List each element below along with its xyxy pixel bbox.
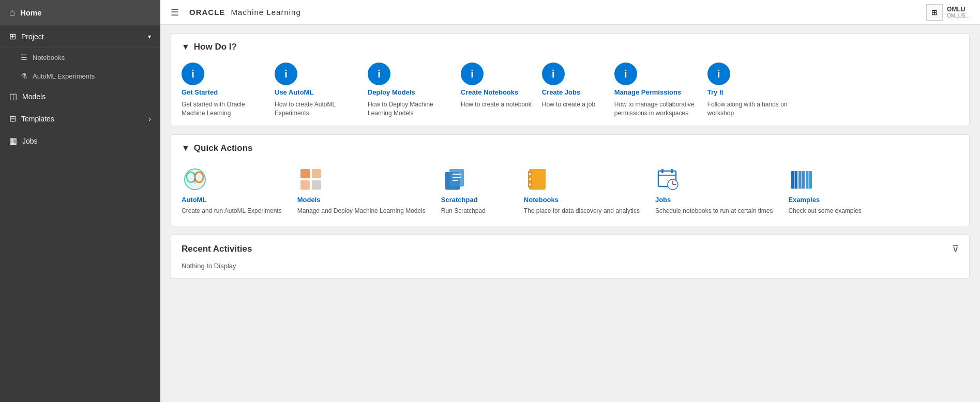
filter-icon[interactable]: ⊽ (952, 243, 959, 255)
recent-empty: Nothing to Display (182, 262, 959, 270)
examples-qa-icon (788, 166, 815, 193)
jobs-qa-icon (655, 166, 682, 193)
hdi-create-notebooks-desc: How to create a notebook (461, 100, 532, 109)
qa-examples[interactable]: Examples Check out some examples (788, 166, 861, 215)
svg-point-17 (529, 183, 531, 185)
qa-jobs[interactable]: Jobs Schedule notebooks to run at certai… (655, 166, 773, 215)
sidebar-notebooks[interactable]: ☰ Notebooks (0, 48, 160, 67)
app-switcher-icon[interactable]: ⊞ (926, 4, 943, 21)
qa-notebooks[interactable]: Notebooks The place for data discovery a… (524, 166, 640, 215)
qa-automl-desc: Create and run AutoML Experiments (182, 207, 282, 215)
qa-notebooks-desc: The place for data discovery and analyti… (524, 207, 640, 215)
hdi-use-automl[interactable]: i Use AutoML How to create AutoML Experi… (275, 63, 357, 117)
topbar-user-label: OMLU (947, 6, 970, 13)
oracle-logo-text: ORACLE (189, 8, 225, 17)
get-started-icon: i (182, 63, 204, 85)
hdi-deploy-models-desc: How to Deploy Machine Learning Models (368, 100, 450, 118)
hdi-create-notebooks[interactable]: i Create Notebooks How to create a noteb… (461, 63, 532, 117)
how-do-i-grid: i Get Started Get started with Oracle Ma… (182, 63, 959, 117)
svg-rect-20 (661, 169, 664, 173)
hdi-create-notebooks-title: Create Notebooks (461, 88, 518, 97)
use-automl-icon: i (275, 63, 297, 85)
hdi-manage-permissions-desc: How to manage collaborative permissions … (614, 100, 697, 118)
topbar-right: ⊞ OMLU OMLUS... (926, 4, 970, 21)
topbar-subtitle: Machine Learning (228, 8, 300, 17)
sidebar-automl[interactable]: ⚗ AutoML Experiments (0, 67, 160, 85)
topbar-user: OMLU OMLUS... (947, 6, 970, 19)
hdi-use-automl-desc: How to create AutoML Experiments (275, 100, 357, 118)
qa-scratchpad-desc: Run Scratchpad (441, 207, 486, 215)
scratchpad-qa-icon (441, 166, 468, 193)
hdi-get-started-desc: Get started with Oracle Machine Learning (182, 100, 264, 118)
qa-jobs-title: Jobs (655, 196, 671, 204)
sidebar-home[interactable]: ⌂ Home (0, 0, 160, 25)
try-it-icon: i (707, 63, 730, 85)
recent-title: Recent Activities (182, 244, 252, 254)
content-area: ▼ How Do I? i Get Started Get started wi… (160, 25, 980, 402)
hdi-try-it[interactable]: i Try It Follow along with a hands on wo… (707, 63, 790, 117)
deploy-models-icon: i (368, 63, 390, 85)
how-do-i-title: How Do I? (194, 42, 237, 52)
hdi-manage-permissions[interactable]: i Manage Permissions How to manage colla… (614, 63, 697, 117)
quick-actions-header[interactable]: ▼ Quick Actions (182, 143, 959, 153)
sidebar-templates-label: Templates (21, 115, 54, 123)
menu-icon[interactable]: ☰ (171, 7, 179, 18)
scratchpad-svg-icon (442, 167, 467, 192)
sidebar-notebooks-label: Notebooks (33, 54, 65, 61)
hdi-create-jobs-desc: How to create a job (542, 100, 595, 109)
how-do-i-header[interactable]: ▼ How Do I? (182, 42, 959, 52)
how-do-i-section: ▼ How Do I? i Get Started Get started wi… (171, 33, 970, 126)
sidebar-jobs[interactable]: ▦ Jobs (0, 130, 160, 152)
quick-actions-grid: AutoML Create and run AutoML Experiments (182, 164, 959, 218)
sidebar-templates[interactable]: ⊟ Templates › (0, 107, 160, 130)
hdi-create-jobs[interactable]: i Create Jobs How to create a job (542, 63, 604, 117)
sidebar: ⌂ Home ⊞ Project ▾ ☰ Notebooks ⚗ AutoML … (0, 0, 160, 402)
jobs-svg-icon (656, 167, 681, 192)
topbar-logo: ORACLE Machine Learning (186, 8, 301, 17)
hdi-create-jobs-title: Create Jobs (542, 88, 580, 97)
svg-rect-21 (671, 169, 673, 173)
quick-actions-title: Quick Actions (194, 143, 253, 153)
models-svg-icon (298, 167, 323, 192)
examples-svg-icon (789, 167, 814, 192)
recent-header: Recent Activities ⊽ (182, 243, 959, 255)
hdi-get-started-title: Get Started (182, 88, 218, 97)
sidebar-models-label: Models (22, 92, 46, 101)
collapse-icon: ▼ (182, 42, 190, 52)
qa-scratchpad[interactable]: Scratchpad Run Scratchpad (441, 166, 508, 215)
models-qa-icon (297, 166, 324, 193)
hdi-use-automl-title: Use AutoML (275, 88, 313, 97)
automl-icon: ⚗ (21, 72, 27, 80)
hdi-manage-permissions-title: Manage Permissions (614, 88, 681, 97)
jobs-icon: ▦ (9, 136, 17, 146)
hdi-try-it-desc: Follow along with a hands on workshop (707, 100, 790, 118)
qa-jobs-desc: Schedule notebooks to run at certain tim… (655, 207, 773, 215)
quick-actions-section: ▼ Quick Actions (171, 134, 970, 226)
svg-rect-7 (312, 180, 321, 190)
project-icon: ⊞ (9, 32, 16, 41)
sidebar-automl-label: AutoML Experiments (33, 72, 95, 80)
notebooks-icon: ☰ (21, 53, 27, 61)
sidebar-project-label: Project (21, 33, 44, 41)
qa-automl[interactable]: AutoML Create and run AutoML Experiments (182, 166, 282, 215)
qa-scratchpad-title: Scratchpad (441, 196, 478, 204)
manage-permissions-icon: i (614, 63, 637, 85)
svg-point-15 (529, 173, 531, 175)
chevron-right-icon: › (148, 115, 151, 123)
templates-icon: ⊟ (9, 114, 16, 123)
qa-examples-desc: Check out some examples (788, 207, 861, 215)
topbar-user-sub: OMLUS... (947, 13, 970, 19)
chevron-down-icon: ▾ (148, 33, 151, 40)
automl-svg-icon (183, 167, 207, 192)
sidebar-models[interactable]: ◫ Models (0, 85, 160, 107)
hdi-get-started[interactable]: i Get Started Get started with Oracle Ma… (182, 63, 264, 117)
recent-activities-section: Recent Activities ⊽ Nothing to Display (171, 235, 970, 279)
topbar: ☰ ORACLE Machine Learning ⊞ OMLU OMLUS..… (160, 0, 980, 25)
qa-models-title: Models (297, 196, 321, 204)
qa-models[interactable]: Models Manage and Deploy Machine Learnin… (297, 166, 426, 215)
hdi-deploy-models[interactable]: i Deploy Models How to Deploy Machine Le… (368, 63, 450, 117)
create-notebooks-icon: i (461, 63, 484, 85)
hdi-try-it-title: Try It (707, 88, 723, 97)
qa-notebooks-title: Notebooks (524, 196, 559, 204)
sidebar-project[interactable]: ⊞ Project ▾ (0, 25, 160, 48)
